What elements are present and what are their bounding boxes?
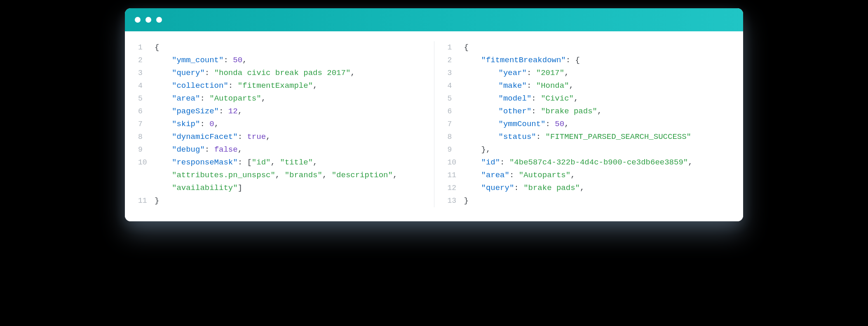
right-code-pane: 1{2"fitmentBreakdown": {3"year": "2017",… (434, 41, 744, 207)
code-line: 11"area": "Autoparts", (446, 169, 732, 182)
code-line: 4"make": "Honda", (446, 80, 732, 92)
code-content[interactable]: "id": "4be587c4-322b-4d4c-b900-ce3db6ee3… (481, 156, 732, 169)
close-icon[interactable] (135, 17, 141, 23)
line-number: 6 (136, 105, 155, 118)
line-number: 11 (136, 195, 155, 207)
code-line: 8"status": "FITMENT_PARSED_SEARCH_SUCCES… (446, 131, 732, 143)
line-number: 5 (446, 92, 464, 105)
line-number: 9 (136, 143, 155, 156)
line-number: 10 (136, 156, 155, 169)
maximize-icon[interactable] (156, 17, 162, 23)
line-number: 3 (446, 67, 464, 80)
code-content[interactable]: "skip": 0, (172, 118, 422, 131)
code-content[interactable]: "query": "brake pads", (481, 182, 732, 195)
code-line: 11} (136, 195, 422, 207)
code-line: 8"dynamicFacet": true, (136, 131, 422, 143)
code-line: 2"fitmentBreakdown": { (446, 54, 732, 67)
code-content[interactable]: { (464, 41, 732, 54)
code-content[interactable]: "fitmentBreakdown": { (481, 54, 732, 67)
code-line: 1{ (446, 41, 732, 54)
code-line: 10"responseMask": ["id", "title", "attri… (136, 156, 422, 195)
code-line: 7"ymmCount": 50, (446, 118, 732, 131)
line-number: 7 (446, 118, 464, 131)
line-number: 1 (446, 41, 464, 54)
window-titlebar (125, 8, 743, 31)
line-number: 6 (446, 105, 464, 118)
left-code-pane: 1{2"ymm_count": 50,3"query": "honda civi… (125, 41, 434, 207)
code-line: 7"skip": 0, (136, 118, 422, 131)
code-line: 3"year": "2017", (446, 67, 732, 80)
code-content[interactable]: "status": "FITMENT_PARSED_SEARCH_SUCCESS… (499, 131, 732, 143)
code-content[interactable]: }, (481, 143, 732, 156)
code-line: 13} (446, 195, 732, 207)
code-content[interactable]: "collection": "fitmentExample", (172, 80, 422, 92)
code-content[interactable]: "model": "Civic", (499, 92, 732, 105)
code-line: 5"model": "Civic", (446, 92, 732, 105)
code-content[interactable]: "area": "Autoparts", (481, 169, 732, 182)
code-content[interactable]: { (155, 41, 422, 54)
code-line: 4"collection": "fitmentExample", (136, 80, 422, 92)
code-content[interactable]: "query": "honda civic break pads 2017", (172, 67, 422, 80)
line-number: 5 (136, 92, 155, 105)
code-line: 9"debug": false, (136, 143, 422, 156)
line-number: 1 (136, 41, 155, 54)
code-content[interactable]: "year": "2017", (499, 67, 732, 80)
code-line: 1{ (136, 41, 422, 54)
code-content[interactable]: } (464, 195, 732, 207)
code-line: 9}, (446, 143, 732, 156)
code-line: 12"query": "brake pads", (446, 182, 732, 195)
code-content[interactable]: "area": "Autoparts", (172, 92, 422, 105)
code-content[interactable]: "ymmCount": 50, (499, 118, 732, 131)
line-number: 2 (446, 54, 464, 67)
line-number: 13 (446, 195, 464, 207)
code-line: 2"ymm_count": 50, (136, 54, 422, 67)
code-content[interactable]: "pageSize": 12, (172, 105, 422, 118)
code-line: 5"area": "Autoparts", (136, 92, 422, 105)
code-line: 6"pageSize": 12, (136, 105, 422, 118)
line-number: 10 (446, 156, 464, 169)
line-number: 12 (446, 182, 464, 195)
line-number: 7 (136, 118, 155, 131)
line-number: 2 (136, 54, 155, 67)
code-content[interactable]: "debug": false, (172, 143, 422, 156)
code-line: 3"query": "honda civic break pads 2017", (136, 67, 422, 80)
line-number: 8 (446, 131, 464, 143)
line-number: 4 (446, 80, 464, 92)
line-number: 3 (136, 67, 155, 80)
split-panes: 1{2"ymm_count": 50,3"query": "honda civi… (125, 31, 743, 221)
code-content[interactable]: } (155, 195, 422, 207)
code-content[interactable]: "ymm_count": 50, (172, 54, 422, 67)
code-content[interactable]: "dynamicFacet": true, (172, 131, 422, 143)
code-window: 1{2"ymm_count": 50,3"query": "honda civi… (125, 8, 743, 221)
code-content[interactable]: "make": "Honda", (499, 80, 732, 92)
line-number: 9 (446, 143, 464, 156)
code-line: 6"other": "brake pads", (446, 105, 732, 118)
line-number: 8 (136, 131, 155, 143)
code-content[interactable]: "responseMask": ["id", "title", "attribu… (172, 156, 422, 195)
code-line: 10"id": "4be587c4-322b-4d4c-b900-ce3db6e… (446, 156, 732, 169)
line-number: 11 (446, 169, 464, 182)
minimize-icon[interactable] (145, 17, 151, 23)
code-content[interactable]: "other": "brake pads", (499, 105, 732, 118)
line-number: 4 (136, 80, 155, 92)
